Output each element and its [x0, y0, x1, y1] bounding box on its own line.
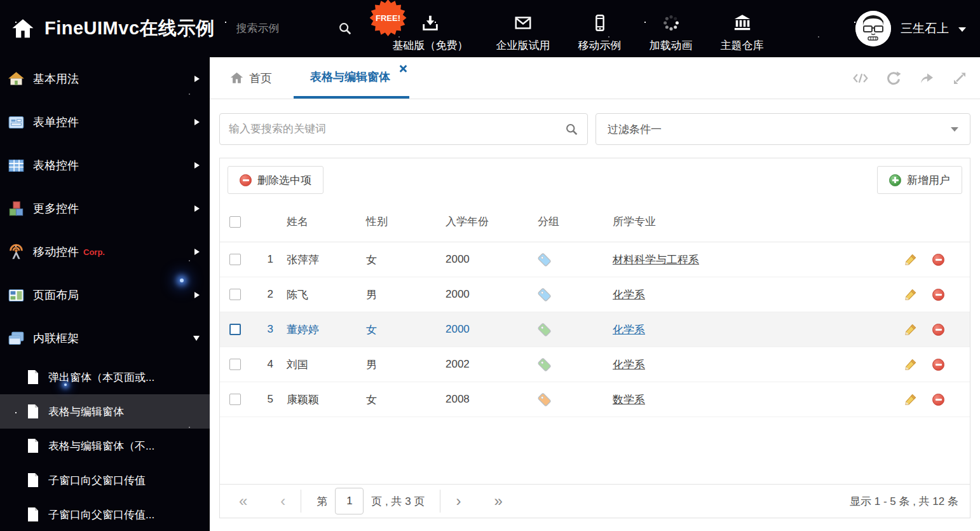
add-user-button[interactable]: 新增用户 — [877, 166, 962, 194]
last-page-button[interactable]: » — [494, 492, 502, 510]
delete-selected-button[interactable]: 删除选中项 — [228, 166, 323, 194]
edit-icon[interactable] — [904, 358, 917, 371]
row-checkbox[interactable] — [229, 289, 241, 300]
nav-label: 加载动画 — [650, 38, 693, 53]
cell-year: 2000 — [433, 323, 525, 336]
cell-gender: 女 — [358, 322, 433, 337]
sidebar-subitem-grid-edit-window-2[interactable]: 表格与编辑窗体（不... — [0, 429, 210, 463]
table-row[interactable]: 1 张萍萍 女 2000 材料科学与工程系 — [220, 242, 970, 277]
column-name[interactable]: 姓名 — [276, 214, 358, 229]
cell-gender: 女 — [358, 252, 433, 267]
table-row[interactable]: 5 康颖颖 女 2008 数学系 — [220, 382, 970, 417]
cell-name: 陈飞 — [276, 287, 358, 302]
close-icon[interactable] — [399, 65, 407, 72]
table-header: 姓名 性别 入学年份 分组 所学专业 — [220, 202, 970, 242]
tab-home[interactable]: 首页 — [217, 57, 285, 99]
delete-icon[interactable] — [932, 324, 944, 336]
sidebar-subitem-grid-edit-window[interactable]: 表格与编辑窗体 — [0, 394, 210, 429]
share-icon[interactable] — [919, 71, 934, 86]
row-checkbox[interactable] — [229, 394, 241, 405]
sidebar-subitem-child-to-parent-2[interactable]: 子窗口向父窗口传值... — [0, 497, 210, 531]
sidebar-item-form-controls[interactable]: 表单控件 — [0, 100, 210, 144]
next-page-button[interactable]: › — [456, 492, 461, 510]
major-link[interactable]: 化学系 — [613, 359, 645, 371]
header-search-input[interactable] — [236, 22, 332, 35]
tab-grid-edit-window[interactable]: 表格与编辑窗体 — [294, 57, 409, 99]
refresh-icon[interactable] — [886, 71, 901, 86]
filter-dropdown[interactable]: 过滤条件一 — [595, 113, 970, 145]
cell-year: 2000 — [433, 253, 525, 266]
chevron-down-icon — [193, 336, 200, 341]
sidebar-item-inline-frames[interactable]: 内联框架 — [0, 317, 210, 360]
column-major[interactable]: 所学专业 — [600, 214, 899, 229]
content: 过滤条件一 删除选中项 新增用户 — [210, 99, 980, 518]
sidebar-subitem-popup-window[interactable]: 弹出窗体（本页面或... — [0, 360, 210, 394]
sidebar-item-table-controls[interactable]: 表格控件 — [0, 144, 210, 187]
delete-icon[interactable] — [932, 394, 944, 406]
major-link[interactable]: 化学系 — [613, 289, 645, 301]
row-number: 3 — [250, 323, 276, 336]
user-menu[interactable]: 三生石上 — [855, 11, 966, 46]
search-icon[interactable] — [338, 22, 352, 36]
edit-icon[interactable] — [904, 323, 917, 336]
major-link[interactable]: 数学系 — [613, 394, 645, 406]
table-row-selected[interactable]: 3 董婷婷 女 2000 化学系 — [220, 312, 970, 347]
delete-icon[interactable] — [932, 289, 944, 301]
nav-theme-store[interactable]: 主题仓库 — [721, 13, 764, 53]
avatar — [855, 11, 891, 46]
expand-icon[interactable] — [952, 71, 967, 86]
row-checkbox[interactable] — [229, 324, 241, 335]
cell-name: 刘国 — [276, 357, 358, 372]
first-page-button[interactable]: « — [239, 492, 247, 510]
table-row[interactable]: 2 陈飞 男 2000 化学系 — [220, 277, 970, 312]
major-link[interactable]: 材料科学与工程系 — [613, 254, 699, 266]
sidebar-item-more-controls[interactable]: 更多控件 — [0, 187, 210, 230]
code-icon[interactable] — [853, 71, 868, 86]
nav-enterprise-trial[interactable]: 企业版试用 — [496, 13, 550, 53]
corp-badge: Corp. — [83, 247, 105, 257]
sidebar-item-label: 移动控件 — [33, 244, 79, 259]
nav-mobile-demo[interactable]: 移动示例 — [578, 13, 622, 53]
chevron-right-icon — [194, 249, 200, 255]
row-checkbox[interactable] — [229, 254, 241, 265]
nav-loading-animation[interactable]: 加载动画 — [650, 13, 693, 53]
table-row[interactable]: 4 刘国 男 2002 化学系 — [220, 347, 970, 382]
brand[interactable]: FineUIMvc在线示例 — [11, 16, 215, 41]
nav-basic-edition[interactable]: FREE! 基础版（免费） — [393, 13, 468, 53]
edit-icon[interactable] — [904, 393, 917, 406]
sidebar-item-basic-usage[interactable]: 基本用法 — [0, 57, 210, 100]
page-icon — [27, 472, 39, 488]
cell-year: 2000 — [433, 288, 525, 301]
page-icon — [27, 369, 39, 385]
sidebar-subitem-label: 弹出窗体（本页面或... — [48, 370, 154, 385]
grid-toolbar: 删除选中项 新增用户 — [220, 158, 970, 202]
sidebar-subitem-child-to-parent[interactable]: 子窗口向父窗口传值 — [0, 463, 210, 497]
home-icon — [11, 17, 34, 40]
plus-circle-icon — [889, 174, 901, 186]
chevron-right-icon — [194, 292, 200, 298]
top-header: FineUIMvc在线示例 FREE! 基础版（免费） 企业版试用 移动示例 — [0, 0, 980, 57]
sidebar-item-mobile-controls[interactable]: 移动控件 Corp. — [0, 230, 210, 273]
search-icon[interactable] — [565, 123, 578, 136]
edit-icon[interactable] — [904, 288, 917, 301]
major-link[interactable]: 化学系 — [613, 324, 645, 336]
prev-page-button[interactable]: ‹ — [280, 492, 285, 510]
frames-icon — [8, 330, 25, 347]
cell-name: 康颖颖 — [276, 392, 358, 407]
delete-icon[interactable] — [932, 359, 944, 371]
page-icon — [27, 438, 39, 453]
keyword-search-input[interactable] — [229, 123, 565, 135]
select-all-checkbox[interactable] — [229, 216, 241, 228]
bank-icon — [733, 13, 752, 32]
page-prefix: 第 — [316, 494, 327, 509]
delete-icon[interactable] — [932, 254, 944, 266]
page-icon — [27, 507, 39, 522]
column-group[interactable]: 分组 — [525, 214, 600, 229]
sidebar-item-page-layout[interactable]: 页面布局 — [0, 273, 210, 317]
column-gender[interactable]: 性别 — [358, 214, 433, 229]
page-number-input[interactable] — [335, 488, 364, 514]
row-checkbox[interactable] — [229, 359, 241, 370]
edit-icon[interactable] — [904, 253, 917, 266]
column-year[interactable]: 入学年份 — [433, 214, 525, 229]
chevron-down-icon — [958, 27, 966, 32]
